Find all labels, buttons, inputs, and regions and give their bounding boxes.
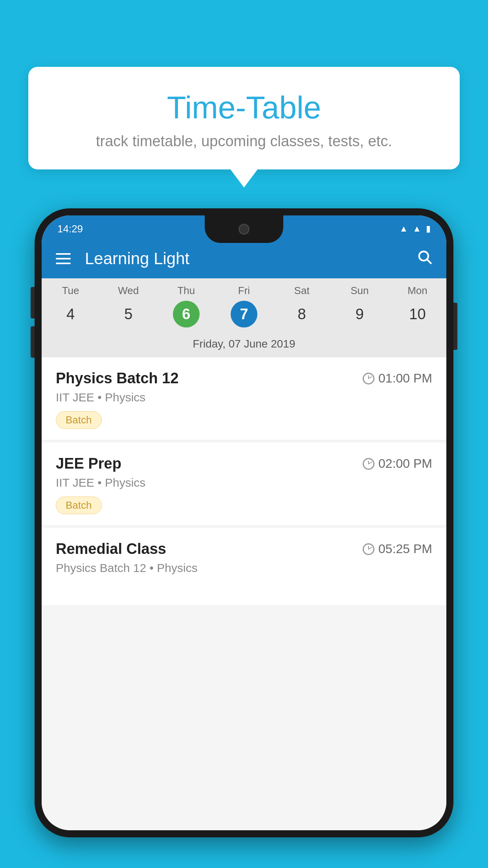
- signal-icon: ▲: [413, 224, 421, 234]
- calendar-strip: Tue Wed Thu Fri Sat Sun Mon 4 5 6 7 8 9 …: [42, 278, 446, 357]
- clock-icon-3: [363, 543, 374, 555]
- phone-outer-shell: 14:29 ▲ ▲ ▮ Learning Light: [35, 208, 453, 837]
- schedule-item-3-header: Remedial Class 05:25 PM: [56, 541, 432, 557]
- schedule-item-1-time: 01:00 PM: [378, 371, 432, 386]
- speech-bubble-card: Time-Table track timetable, upcoming cla…: [28, 67, 460, 169]
- power-button[interactable]: [453, 303, 457, 350]
- schedule-item-1[interactable]: Physics Batch 12 01:00 PM IIT JEE • Phys…: [42, 357, 446, 440]
- day-col-tue: Tue: [42, 285, 99, 297]
- schedule-item-2-badge: Batch: [56, 497, 102, 514]
- phone-screen: 14:29 ▲ ▲ ▮ Learning Light: [42, 215, 446, 830]
- schedule-list: Physics Batch 12 01:00 PM IIT JEE • Phys…: [42, 357, 446, 830]
- day-num-10[interactable]: 10: [389, 301, 446, 327]
- schedule-item-2-time-container: 02:00 PM: [363, 456, 432, 471]
- schedule-item-3-title: Remedial Class: [56, 541, 166, 557]
- hamburger-menu-icon[interactable]: [56, 253, 71, 264]
- status-icons: ▲ ▲ ▮: [399, 224, 431, 234]
- schedule-item-2-time: 02:00 PM: [378, 456, 432, 471]
- day-num-8[interactable]: 8: [273, 301, 331, 327]
- status-time: 14:29: [57, 223, 83, 235]
- schedule-item-2[interactable]: JEE Prep 02:00 PM IIT JEE • Physics Batc…: [42, 443, 446, 526]
- battery-icon: ▮: [426, 224, 431, 234]
- schedule-item-1-subtitle: IIT JEE • Physics: [56, 391, 432, 404]
- phone-notch: [205, 215, 283, 243]
- svg-line-1: [427, 260, 431, 263]
- schedule-item-3[interactable]: Remedial Class 05:25 PM Physics Batch 12…: [42, 528, 446, 606]
- schedule-item-1-time-container: 01:00 PM: [363, 371, 432, 386]
- schedule-item-3-time-container: 05:25 PM: [363, 542, 432, 556]
- day-col-sun: Sun: [331, 285, 389, 297]
- day-col-fri: Fri: [215, 285, 273, 297]
- day-col-wed: Wed: [99, 285, 157, 297]
- day-col-sat: Sat: [273, 285, 331, 297]
- volume-down-button[interactable]: [31, 326, 35, 358]
- day-col-thu: Thu: [157, 285, 215, 297]
- schedule-item-3-subtitle: Physics Batch 12 • Physics: [56, 561, 432, 575]
- selected-date-label: Friday, 07 June 2019: [42, 334, 446, 357]
- schedule-item-2-header: JEE Prep 02:00 PM: [56, 455, 432, 472]
- camera-dot: [238, 224, 250, 235]
- schedule-item-2-subtitle: IIT JEE • Physics: [56, 476, 432, 489]
- day-num-7-selected[interactable]: 7: [215, 301, 273, 327]
- search-icon[interactable]: [416, 249, 432, 268]
- app-bar: Learning Light: [42, 239, 446, 278]
- schedule-item-2-title: JEE Prep: [56, 455, 121, 472]
- wifi-icon: ▲: [399, 224, 408, 234]
- day-headers: Tue Wed Thu Fri Sat Sun Mon: [42, 278, 446, 299]
- day-num-9[interactable]: 9: [331, 301, 389, 327]
- app-bar-title: Learning Light: [85, 249, 416, 268]
- bubble-subtitle: track timetable, upcoming classes, tests…: [52, 133, 436, 150]
- schedule-item-3-time: 05:25 PM: [378, 542, 432, 556]
- volume-up-button[interactable]: [31, 287, 35, 318]
- day-numbers: 4 5 6 7 8 9 10: [42, 299, 446, 334]
- day-num-4[interactable]: 4: [42, 301, 99, 327]
- day-num-5[interactable]: 5: [99, 301, 157, 327]
- schedule-item-1-header: Physics Batch 12 01:00 PM: [56, 370, 432, 387]
- day-num-6-today[interactable]: 6: [157, 301, 215, 327]
- schedule-item-1-badge: Batch: [56, 411, 102, 429]
- day-col-mon: Mon: [389, 285, 446, 297]
- clock-icon-2: [363, 458, 374, 470]
- schedule-item-1-title: Physics Batch 12: [56, 370, 179, 387]
- phone-mockup: 14:29 ▲ ▲ ▮ Learning Light: [35, 208, 453, 837]
- bubble-title: Time-Table: [52, 90, 436, 125]
- clock-icon-1: [363, 373, 374, 384]
